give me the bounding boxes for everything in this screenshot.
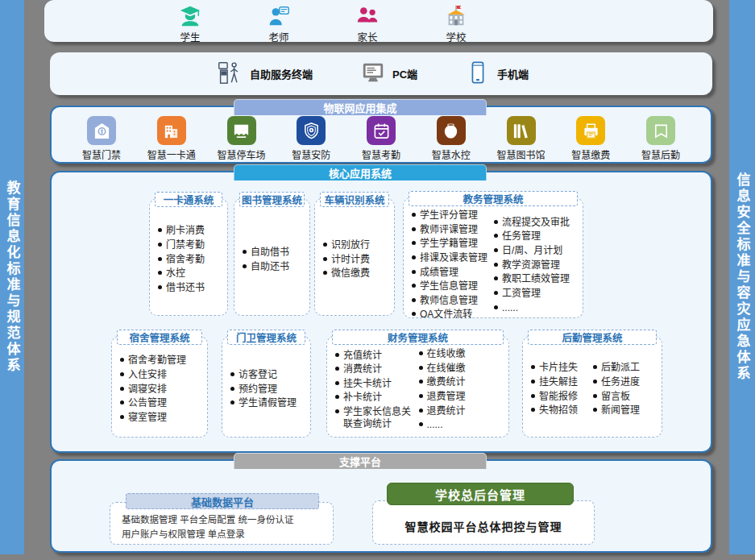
calendar-check-icon [367, 116, 396, 145]
list-item: 消费统计 [335, 363, 419, 375]
bullet-icon [158, 228, 162, 232]
list-item: 宿舍考勤管理 [120, 355, 201, 367]
list-item-label: 教学资源管理 [502, 259, 560, 272]
list-item-label: 自助借书 [251, 247, 289, 259]
list-item: 挂失解挂 [531, 376, 593, 388]
list-item-label: 留言板 [601, 391, 630, 403]
list-item: 学生信息管理 [412, 280, 494, 292]
bullet-icon [531, 394, 535, 398]
list-item: ...... [419, 419, 503, 431]
list-item: 教职工绩效管理 [494, 273, 576, 285]
onecard-icon [157, 116, 186, 145]
list-item: 教师评课管理 [412, 224, 494, 236]
list-item-label: OA文件流转 [420, 309, 472, 321]
bullet-icon [323, 243, 327, 247]
terminal-item: 自助服务终端 [215, 59, 313, 89]
terminals-panel: 自助服务终端PC端手机端 [50, 52, 712, 95]
smart-campus-architecture-diagram: 教育信息化标准与规范体系 信息安全标准与容灾应急体系 学生老师家长学校 自助服务… [0, 0, 755, 560]
iot-label: 智慧缴费 [571, 147, 610, 161]
list-item-label: 宿舍考勤 [166, 254, 205, 266]
system-box-content: 访客登记预约管理学生请假管理 [222, 337, 310, 437]
list-item-label: 宿舍考勤管理 [128, 355, 186, 367]
list-item: 访客登记 [230, 369, 304, 381]
books-icon [507, 116, 536, 145]
list-item-label: 工资管理 [502, 288, 541, 300]
list-item: 工资管理 [494, 288, 576, 300]
support-panel-header: 支撑平台 [234, 453, 487, 469]
list-item: 卡片挂失 [531, 362, 593, 374]
core-systems-panel: 核心应用系统 一卡通系统刷卡消费门禁考勤宿舍考勤水控借书还书图书管理系统自助借书… [50, 171, 712, 453]
list-item-label: 教职工绩效管理 [502, 273, 570, 285]
base-data-line-1: 基础数据管理 平台全局配置 统一身份认证 [122, 512, 325, 527]
list-item-label: 退费统计 [427, 405, 466, 417]
bullet-icon [494, 234, 498, 238]
terminal-label: 手机端 [497, 66, 529, 81]
audience-item: 学校 [429, 4, 483, 44]
list-item-label: 任务管理 [502, 230, 541, 243]
list-item: 微信缴费 [323, 268, 388, 280]
student-icon [178, 4, 202, 28]
system-box-content: 刷卡消费门禁考勤宿舍考勤水控借书还书 [150, 199, 227, 315]
list-item: 教学资源管理 [494, 259, 576, 272]
iot-item: 智慧一卡通 [141, 116, 202, 161]
list-item-label: 学生请假管理 [239, 397, 297, 409]
bullet-icon [323, 257, 327, 261]
system-box-column: 在线收缴在线催缴缴费统计退费管理退费统计...... [419, 348, 503, 431]
bullet-icon [412, 284, 416, 288]
base-data-line-2: 用户账户与权限管理 单点登录 [122, 527, 325, 541]
system-box-column: 流程提交及审批任务管理日/周、月计划教学资源管理教职工绩效管理工资管理.....… [494, 209, 576, 321]
bullet-icon [494, 291, 498, 295]
list-item-label: 识别放行 [331, 239, 370, 251]
list-item-label: ...... [502, 302, 518, 314]
list-item: 失物招领 [531, 404, 593, 417]
system-box: 宿舍管理系统宿舍考勤管理入住安排调寝安排公告管理寝室管理 [111, 336, 208, 438]
iot-label: 智慧停车场 [217, 147, 265, 161]
list-item: 留言板 [593, 391, 655, 403]
bullet-icon [243, 250, 247, 254]
bullet-icon [412, 312, 416, 316]
bullet-icon [494, 305, 498, 309]
bullet-icon [412, 227, 416, 231]
list-item-label: 挂失卡统计 [343, 378, 392, 390]
list-item: 日/周、月计划 [494, 245, 576, 257]
core-panel-header: 核心应用系统 [234, 164, 487, 180]
bullet-icon [494, 220, 498, 224]
bullet-icon [335, 409, 339, 413]
list-item: 缴费统计 [419, 376, 503, 388]
list-item: 充值统计 [335, 350, 419, 362]
pc-icon [361, 60, 385, 88]
system-box-column: 访客登记预约管理学生请假管理 [230, 348, 304, 430]
list-item-label: 寝室管理 [128, 412, 167, 424]
audiences-row: 学生老师家长学校 [44, 0, 713, 44]
school-admin-box: 智慧校园平台总体把控与管理 [372, 500, 595, 545]
bullet-icon [158, 271, 162, 275]
bullet-icon [419, 351, 423, 355]
list-item-label: 微信缴费 [331, 268, 370, 280]
bullet-icon [230, 387, 234, 391]
list-item: 自助还书 [243, 261, 303, 273]
system-box-title: 财务管理系统 [332, 330, 504, 345]
bullet-icon [120, 358, 124, 362]
school-admin-title: 学校总后台管理 [387, 483, 574, 505]
list-item-label: 借书还书 [166, 282, 205, 294]
list-item-label: 学生评分管理 [420, 209, 478, 222]
system-box-title: 教务管理系统 [409, 191, 578, 206]
iot-panel-header: 物联网应用集成 [234, 99, 487, 115]
list-item-label: 教师信息管理 [420, 295, 478, 307]
list-item-label: 预约管理 [239, 384, 277, 396]
list-item: 新闻管理 [593, 404, 655, 417]
list-item-label: 退费管理 [427, 391, 466, 403]
list-item: 退费管理 [419, 391, 503, 403]
system-box-column: 充值统计消费统计挂失卡统计补卡统计学生家长信息关联查询统计 [335, 348, 419, 431]
list-item-label: 水控 [166, 268, 185, 280]
terminals-row: 自助服务终端PC端手机端 [50, 52, 712, 95]
system-box-column: 卡片挂失挂失解挂智能报修失物招领 [531, 348, 593, 430]
list-item-label: 访客登记 [239, 369, 277, 381]
list-item: 在线催缴 [419, 363, 503, 375]
list-item-label: 缴费统计 [427, 376, 466, 388]
bullet-icon [593, 408, 597, 412]
bullet-icon [412, 270, 416, 274]
list-item-label: 在线收缴 [427, 348, 466, 360]
list-item-label: 智能报修 [539, 391, 578, 403]
bullet-icon [494, 248, 498, 252]
